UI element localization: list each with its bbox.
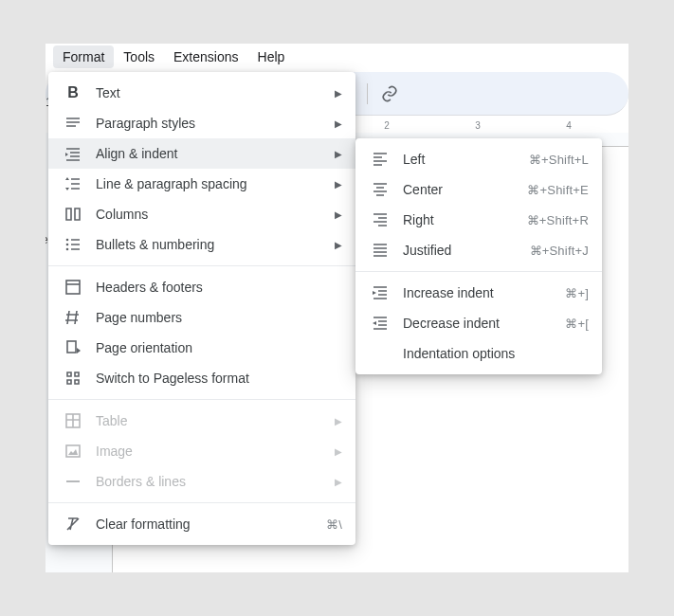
table-icon xyxy=(64,411,82,430)
ruler-number: 4 xyxy=(566,120,572,131)
align-right-icon xyxy=(371,210,390,229)
menu-bar: Format Tools Extensions Help xyxy=(46,44,628,70)
menu-item-align-justified[interactable]: Justified ⌘+Shift+J xyxy=(355,235,602,265)
menu-item-bullets-numbering[interactable]: Bullets & numbering ▶ xyxy=(48,229,355,260)
align-indent-submenu: Left ⌘+Shift+L Center ⌘+Shift+E Right ⌘+… xyxy=(355,138,602,374)
menu-divider xyxy=(355,271,602,272)
menu-item-text[interactable]: B Text ▶ xyxy=(48,78,355,108)
menu-item-clear-formatting[interactable]: Clear formatting ⌘\ xyxy=(48,509,355,539)
insert-link-button[interactable] xyxy=(375,80,404,108)
chevron-right-icon: ▶ xyxy=(335,149,342,159)
svg-point-1 xyxy=(66,244,69,246)
menu-shortcut: ⌘\ xyxy=(326,517,342,532)
svg-rect-3 xyxy=(66,281,80,294)
separator xyxy=(367,83,368,104)
chevron-right-icon: ▶ xyxy=(335,209,342,220)
chevron-right-icon: ▶ xyxy=(335,118,342,129)
menu-label: Page orientation xyxy=(96,340,342,355)
menu-divider xyxy=(48,399,355,400)
menu-format[interactable]: Format xyxy=(53,45,114,68)
menu-label: Bullets & numbering xyxy=(96,237,335,252)
menu-shortcut: ⌘+Shift+J xyxy=(530,244,590,258)
menu-divider xyxy=(48,502,355,503)
menu-shortcut: ⌘+] xyxy=(565,286,589,300)
menu-label: Center xyxy=(403,182,527,197)
menu-shortcut: ⌘+[ xyxy=(565,317,589,331)
bold-icon: B xyxy=(64,83,82,102)
menu-label: Switch to Pageless format xyxy=(96,371,342,386)
menu-label: Decrease indent xyxy=(403,316,565,331)
chevron-right-icon: ▶ xyxy=(335,416,342,426)
ruler-number: 2 xyxy=(384,120,390,131)
chevron-right-icon: ▶ xyxy=(335,88,342,99)
menu-item-page-numbers[interactable]: Page numbers xyxy=(48,302,355,333)
pageless-icon xyxy=(64,369,82,388)
svg-point-2 xyxy=(66,248,69,251)
menu-item-align-right[interactable]: Right ⌘+Shift+R xyxy=(355,205,602,235)
chevron-right-icon: ▶ xyxy=(335,477,342,487)
menu-label: Indentation options xyxy=(403,346,589,361)
paragraph-icon xyxy=(64,114,82,133)
clear-formatting-icon xyxy=(64,515,82,534)
line-spacing-icon xyxy=(64,174,82,193)
format-dropdown: B Text ▶ Paragraph styles ▶ Align & inde… xyxy=(48,72,355,545)
align-indent-icon xyxy=(64,144,82,163)
menu-label: Page numbers xyxy=(96,310,342,325)
menu-help[interactable]: Help xyxy=(248,45,295,68)
menu-label: Left xyxy=(403,152,529,167)
menu-divider xyxy=(48,265,355,266)
chevron-right-icon: ▶ xyxy=(335,179,342,190)
menu-item-decrease-indent[interactable]: Decrease indent ⌘+[ xyxy=(355,308,602,338)
image-icon xyxy=(64,442,82,461)
page-orientation-icon xyxy=(64,338,82,357)
menu-item-line-spacing[interactable]: Line & paragraph spacing ▶ xyxy=(48,169,355,199)
align-left-icon xyxy=(371,150,390,169)
increase-indent-icon xyxy=(371,283,390,302)
menu-label: Align & indent xyxy=(96,146,335,161)
menu-item-paragraph-styles[interactable]: Paragraph styles ▶ xyxy=(48,108,355,138)
menu-label: Columns xyxy=(96,207,335,222)
menu-label: Line & paragraph spacing xyxy=(96,176,335,191)
menu-item-table: Table ▶ xyxy=(48,406,355,436)
link-icon xyxy=(380,84,399,103)
blank-icon xyxy=(371,344,390,363)
hash-icon xyxy=(64,308,82,327)
menu-item-switch-pageless[interactable]: Switch to Pageless format xyxy=(48,363,355,393)
list-icon xyxy=(64,235,82,254)
menu-label: Justified xyxy=(403,243,530,258)
borders-icon xyxy=(64,472,82,491)
menu-label: Paragraph styles xyxy=(96,116,335,131)
align-center-icon xyxy=(371,180,390,199)
svg-rect-6 xyxy=(66,445,80,457)
menu-item-headers-footers[interactable]: Headers & footers xyxy=(48,272,355,302)
menu-item-align-center[interactable]: Center ⌘+Shift+E xyxy=(355,174,602,205)
menu-extensions[interactable]: Extensions xyxy=(164,45,247,68)
menu-item-increase-indent[interactable]: Increase indent ⌘+] xyxy=(355,278,602,308)
menu-label: Increase indent xyxy=(403,285,565,300)
menu-label: Table xyxy=(96,413,335,428)
svg-rect-4 xyxy=(67,341,76,353)
headers-footers-icon xyxy=(64,278,82,297)
menu-item-align-left[interactable]: Left ⌘+Shift+L xyxy=(355,144,602,174)
app-window: Format Tools Extensions Help − 11 + B I … xyxy=(46,44,628,572)
menu-label: Borders & lines xyxy=(96,474,335,489)
menu-item-align-indent[interactable]: Align & indent ▶ xyxy=(48,138,355,169)
menu-item-image: Image ▶ xyxy=(48,436,355,466)
align-justify-icon xyxy=(371,241,390,260)
menu-label: Image xyxy=(96,444,335,459)
chevron-right-icon: ▶ xyxy=(335,240,342,250)
menu-item-borders-lines: Borders & lines ▶ xyxy=(48,466,355,497)
menu-shortcut: ⌘+Shift+R xyxy=(527,213,589,227)
menu-item-columns[interactable]: Columns ▶ xyxy=(48,199,355,229)
menu-tools[interactable]: Tools xyxy=(114,45,164,68)
menu-label: Right xyxy=(403,212,527,227)
menu-shortcut: ⌘+Shift+E xyxy=(527,183,589,197)
decrease-indent-icon xyxy=(371,314,390,333)
menu-label: Text xyxy=(96,85,335,100)
menu-item-page-orientation[interactable]: Page orientation xyxy=(48,333,355,363)
menu-label: Headers & footers xyxy=(96,280,342,295)
menu-label: Clear formatting xyxy=(96,516,326,532)
svg-point-0 xyxy=(66,239,69,242)
menu-item-indentation-options[interactable]: Indentation options xyxy=(355,338,602,369)
ruler-number: 3 xyxy=(475,120,481,131)
